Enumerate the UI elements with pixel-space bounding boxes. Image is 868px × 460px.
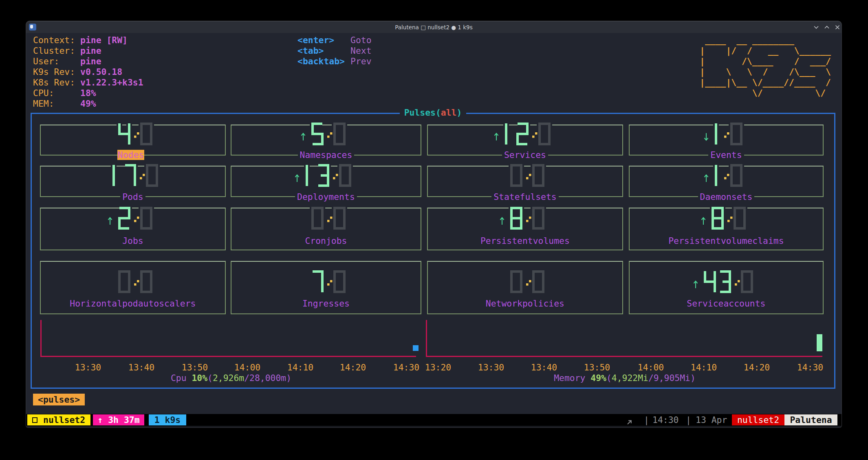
tile-label: Cronjobs xyxy=(303,236,349,246)
cpu-summary-open: ( xyxy=(207,373,213,383)
cluster-info-row: User:pine xyxy=(33,56,59,67)
axis-tick-label: 14:00 xyxy=(632,362,669,373)
tile-counter xyxy=(110,122,161,148)
k9s-terminal: Context:pine [RW]Cluster:pineUser:pineK9… xyxy=(26,33,842,414)
key-hint-key: <enter> xyxy=(297,35,334,45)
tile-counter xyxy=(706,122,751,148)
cpu-chart-x-axis xyxy=(40,356,416,357)
tile-counter xyxy=(297,163,359,189)
cpu-summary-used: 2,926m xyxy=(213,373,244,383)
trend-up-icon xyxy=(493,132,500,142)
cpu-summary-label: Cpu xyxy=(171,373,192,383)
uptime-text: ↑ 3h 37m xyxy=(97,415,139,425)
key-hint-row: <backtab>Prev xyxy=(297,56,345,67)
cluster-info-label: Context: xyxy=(33,35,75,45)
window-titlebar[interactable]: Palutena □ nullset2 ● 1 k9s xyxy=(26,22,842,33)
tile-counter xyxy=(110,206,161,232)
cluster-info-label: K9s Rev: xyxy=(33,67,75,77)
tile-label: Events xyxy=(708,150,744,160)
view-title-text: Pulses(all) xyxy=(400,107,467,118)
key-hint-key: <backtab> xyxy=(297,56,345,66)
cpu-summary: Cpu 10%(2,926m/28,000m) xyxy=(88,373,374,383)
tile-label: Networkpolicies xyxy=(484,298,566,309)
view-title: Pulses(all) xyxy=(31,107,835,118)
view-title-paren: ) xyxy=(456,107,462,118)
tile-counter xyxy=(303,122,354,148)
trend-up-icon xyxy=(703,173,710,183)
tile-label: Daemonsets xyxy=(698,192,755,202)
windows-text: 1 k9s xyxy=(154,415,181,425)
tile-label: Namespaces xyxy=(298,150,355,160)
key-hint-action: Next xyxy=(350,46,372,56)
tile-counter xyxy=(496,122,559,148)
cpu-spark-point xyxy=(413,345,419,351)
axis-tick-label: 13:40 xyxy=(526,362,562,373)
tile-counter xyxy=(703,206,754,232)
axis-tick-label: 14:20 xyxy=(738,362,775,373)
memory-spark-bar xyxy=(817,334,822,351)
tile-label: Pods xyxy=(120,192,145,202)
tile-label: Persistentvolumes xyxy=(478,236,572,246)
cluster-info-row: Cluster:pine xyxy=(33,46,75,56)
close-icon[interactable] xyxy=(835,25,840,30)
tile-counter xyxy=(502,206,553,232)
axis-tick-label: 13:30 xyxy=(70,362,106,373)
maximize-icon[interactable] xyxy=(824,25,830,30)
trend-up-icon xyxy=(498,216,506,226)
cluster-info-value: v1.22.3+k3s1 xyxy=(80,77,143,88)
axis-tick-label: 13:50 xyxy=(176,362,213,373)
axis-tick-label: 13:40 xyxy=(123,362,160,373)
user-text: Palutena xyxy=(790,415,832,425)
axis-tick-label: 14:20 xyxy=(335,362,371,373)
trend-up-icon xyxy=(106,216,114,226)
k9s-logo: ____ __ ________ | |/ / __ \______ | /\_… xyxy=(700,35,831,99)
cpu-chart-y-axis xyxy=(40,320,42,357)
axis-tick-label: 14:10 xyxy=(282,362,319,373)
memory-chart-y-axis xyxy=(426,320,427,357)
session-segment[interactable]: nullset2 xyxy=(27,414,90,425)
cluster-info-row: K9s Rev:v0.50.18 xyxy=(33,67,75,77)
memory-summary-rest: /9,905Mi) xyxy=(648,373,696,383)
windows-segment[interactable]: 1 k9s xyxy=(149,414,186,425)
cluster-info-value: 18% xyxy=(80,88,96,99)
pane-icon xyxy=(32,417,37,423)
axis-tick-label: 13:50 xyxy=(579,362,615,373)
host-segment: nullset2 xyxy=(732,414,784,425)
key-hint-row: <tab>Next xyxy=(297,46,324,56)
window-bottom-strip xyxy=(26,426,842,427)
minimize-icon[interactable] xyxy=(813,25,819,30)
status-sep2: | xyxy=(686,414,691,425)
tile-label: Jobs xyxy=(120,236,145,246)
axis-tick-label: 14:30 xyxy=(792,362,828,373)
memory-chart-x-axis xyxy=(426,356,822,357)
memory-summary-percent: 49% xyxy=(590,373,606,383)
window-title: Palutena □ nullset2 ● 1 k9s xyxy=(26,22,842,33)
breadcrumb-pulses[interactable]: <pulses> xyxy=(33,394,85,405)
tile-counter xyxy=(696,269,761,296)
key-hint-row: <enter>Goto xyxy=(297,35,334,46)
cluster-info-value: pine xyxy=(80,46,101,56)
cluster-info-value: pine xyxy=(80,56,101,67)
cluster-info-row: K8s Rev:v1.22.3+k3s1 xyxy=(33,77,75,88)
axis-tick-label: 14:10 xyxy=(685,362,722,373)
tile-label: Ingresses xyxy=(300,298,352,309)
tile-label: Serviceaccounts xyxy=(685,298,767,309)
memory-summary-used: 4,922Mi xyxy=(612,373,648,383)
trend-up-icon xyxy=(700,216,707,226)
cluster-info-label: User: xyxy=(33,56,59,66)
key-hint-action: Goto xyxy=(350,35,372,46)
host-text: nullset2 xyxy=(737,415,779,425)
cluster-info-value: pine [RW] xyxy=(80,35,128,46)
cluster-info-row: CPU:18% xyxy=(33,88,54,99)
memory-summary-label: Memory xyxy=(554,373,590,383)
status-bar: nullset2 ↑ 3h 37m 1 k9s | 14:30 | 13 Apr… xyxy=(26,414,842,426)
memory-summary-open: ( xyxy=(606,373,612,383)
tile-counter xyxy=(706,163,751,189)
tile-counter xyxy=(502,163,553,189)
cpu-summary-percent: 10% xyxy=(192,373,207,383)
uptime-segment: ↑ 3h 37m xyxy=(93,414,144,425)
tile-counter xyxy=(104,163,166,189)
status-sep1: | xyxy=(644,414,649,425)
tile-label: Nodes xyxy=(117,150,144,160)
desktop: Palutena □ nullset2 ● 1 k9s Context:pine… xyxy=(0,0,868,460)
